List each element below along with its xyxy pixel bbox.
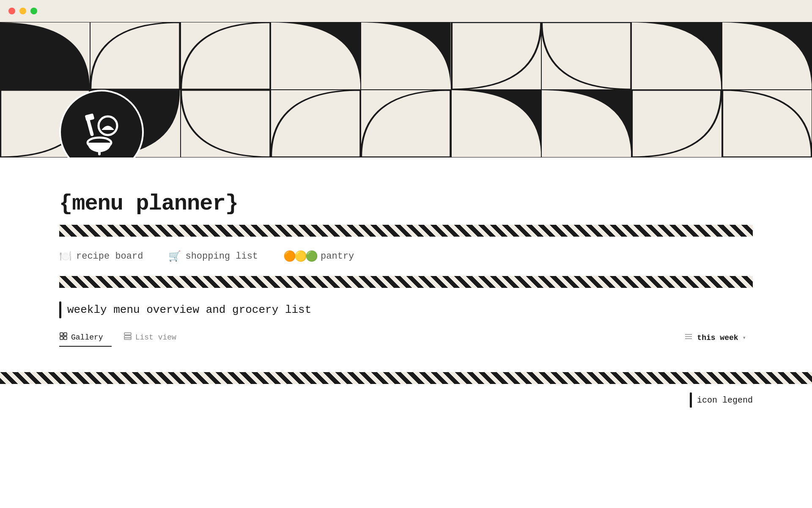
view-tabs: Gallery List view <box>59 329 185 347</box>
page-title: {menu planner} <box>59 191 753 216</box>
divider-pattern-middle <box>59 276 753 288</box>
svg-rect-1 <box>85 113 95 121</box>
svg-rect-9 <box>124 333 131 335</box>
svg-rect-5 <box>60 333 63 336</box>
pattern-cell <box>722 90 812 157</box>
bottom-right: icon legend <box>690 392 753 408</box>
nav-link-pantry[interactable]: 🟠🟡🟢 pantry <box>283 250 354 262</box>
tab-gallery-label: Gallery <box>71 333 103 342</box>
svg-rect-8 <box>64 337 67 340</box>
divider-pattern-top <box>59 225 753 237</box>
close-button[interactable] <box>8 8 15 14</box>
svg-rect-4 <box>98 147 101 155</box>
pattern-cell <box>451 22 541 90</box>
pattern-cell <box>451 90 541 157</box>
filter-label: this week <box>697 334 738 342</box>
icon-legend-label: icon legend <box>697 395 753 405</box>
gallery-icon <box>59 332 68 342</box>
pattern-cell <box>90 22 180 90</box>
list-view-icon <box>123 332 132 342</box>
pattern-cell <box>271 90 361 157</box>
main-content: {menu planner} 🍽️ recipe board 🛒 shoppin… <box>0 157 812 372</box>
bottom-area: icon legend <box>0 372 812 408</box>
pattern-cell <box>722 22 812 90</box>
minimize-button[interactable] <box>19 8 26 14</box>
hero-banner <box>0 22 812 157</box>
tab-list-view[interactable]: List view <box>123 329 185 347</box>
pattern-cell <box>541 22 631 90</box>
bottom-content: icon legend <box>0 384 812 408</box>
nav-link-pantry-label: pantry <box>321 251 354 262</box>
pattern-cell <box>631 22 721 90</box>
svg-rect-6 <box>64 333 67 336</box>
pattern-cell <box>271 22 361 90</box>
pattern-cell <box>541 90 631 157</box>
pantry-icon: 🟠🟡🟢 <box>283 250 316 262</box>
maximize-button[interactable] <box>30 8 37 14</box>
svg-rect-11 <box>124 338 131 340</box>
view-row: Gallery List view <box>59 329 753 347</box>
pattern-cell <box>361 90 451 157</box>
pattern-cell <box>181 90 271 157</box>
filter-button[interactable]: this week ▾ <box>678 329 753 346</box>
tab-gallery[interactable]: Gallery <box>59 329 112 347</box>
section-title-text: weekly menu overview and grocery list <box>67 304 311 316</box>
nav-link-recipe-board-label: recipe board <box>76 251 143 262</box>
icon-legend-bar <box>690 392 692 408</box>
pattern-cell <box>181 22 271 90</box>
nav-links: 🍽️ recipe board 🛒 shopping list 🟠🟡🟢 pant… <box>59 250 753 262</box>
recipe-board-icon: 🍽️ <box>59 250 72 262</box>
pattern-cell <box>631 90 721 157</box>
window-chrome <box>0 0 812 22</box>
pattern-cell <box>0 22 90 90</box>
nav-link-recipe-board[interactable]: 🍽️ recipe board <box>59 250 143 262</box>
section-title-container: weekly menu overview and grocery list <box>59 301 753 318</box>
nav-link-shopping-list-label: shopping list <box>185 251 258 262</box>
filter-list-icon <box>684 333 693 342</box>
pattern-cell <box>361 22 451 90</box>
section-title-bar <box>59 301 61 318</box>
svg-rect-7 <box>60 337 63 340</box>
nav-link-shopping-list[interactable]: 🛒 shopping list <box>168 250 258 262</box>
chevron-down-icon: ▾ <box>743 334 746 341</box>
bottom-divider-strip <box>0 372 812 384</box>
tab-list-view-label: List view <box>135 333 176 342</box>
shopping-cart-icon: 🛒 <box>168 250 181 262</box>
